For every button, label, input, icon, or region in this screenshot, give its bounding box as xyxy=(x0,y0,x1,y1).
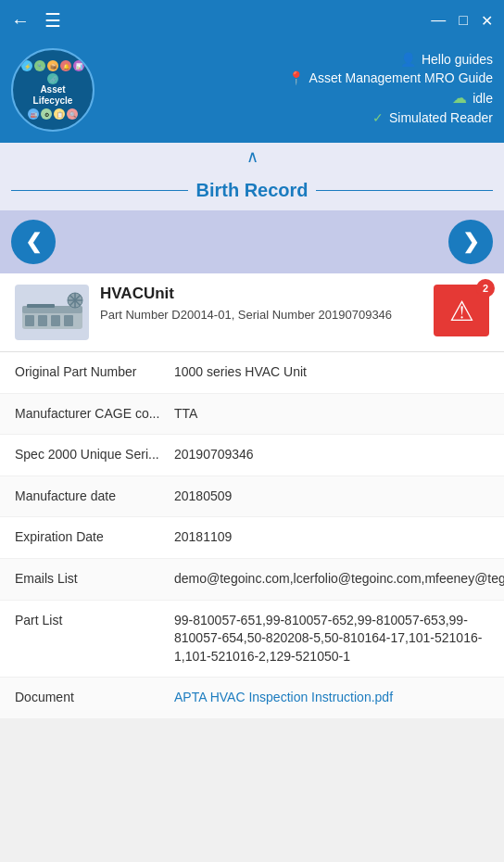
svg-rect-5 xyxy=(64,315,73,326)
table-row: Expiration Date20181109 xyxy=(0,517,504,559)
header: ⚡ 🔧 📦 🔔 📊 🔗 Asset Lifecycle 🏭 ⚙ 📋 🔍 👤 xyxy=(0,41,504,143)
field-value: 99-810057-651,99-810057-652,99-810057-65… xyxy=(174,612,489,666)
birth-record-title: Birth Record xyxy=(195,180,308,201)
svg-rect-3 xyxy=(38,315,47,326)
location-row: 📍 Asset Management MRO Guide xyxy=(288,70,493,85)
field-label: Expiration Date xyxy=(15,528,163,547)
close-icon[interactable]: ✕ xyxy=(481,12,493,30)
location-name: Asset Management MRO Guide xyxy=(309,70,493,85)
user-icon: 👤 xyxy=(400,52,416,67)
user-row: 👤 Hello guides xyxy=(400,52,493,67)
user-name: Hello guides xyxy=(422,52,493,67)
table-row: Part List99-810057-651,99-810057-652,99-… xyxy=(0,601,504,678)
title-bar: ← ☰ — □ ✕ xyxy=(0,0,504,41)
field-value: demo@tegoinc.com,lcerfolio@tegoinc.com,m… xyxy=(174,570,504,589)
cloud-icon: ☁ xyxy=(452,89,467,107)
menu-icon[interactable]: ☰ xyxy=(44,9,61,32)
alert-badge[interactable]: ⚠ 2 xyxy=(434,285,489,336)
table-row: DocumentAPTA HVAC Inspection Instruction… xyxy=(0,678,504,719)
header-info: 👤 Hello guides 📍 Asset Management MRO Gu… xyxy=(106,48,493,125)
next-button[interactable]: ❯ xyxy=(448,220,493,264)
field-value: 20180509 xyxy=(174,488,489,506)
field-value: 20190709346 xyxy=(174,446,489,464)
table-row: Spec 2000 Unique Seri...20190709346 xyxy=(0,435,504,476)
svg-rect-4 xyxy=(51,315,60,326)
field-label: Original Part Number xyxy=(15,363,163,382)
table-row: Emails Listdemo@tegoinc.com,lcerfolio@te… xyxy=(0,559,504,601)
data-table: Original Part Number1000 series HVAC Uni… xyxy=(0,352,504,719)
field-label: Document xyxy=(15,689,163,707)
table-row: Original Part Number1000 series HVAC Uni… xyxy=(0,352,504,394)
asset-image xyxy=(15,285,89,340)
svg-rect-6 xyxy=(27,304,55,308)
svg-rect-2 xyxy=(25,315,34,326)
asset-description: Part Number D20014-01, Serial Number 201… xyxy=(100,307,422,323)
navigation-row: ❮ ❯ xyxy=(0,210,504,273)
asset-name: HVACUnit xyxy=(100,285,422,303)
expand-row[interactable]: ∧ xyxy=(0,143,504,171)
field-value: 20181109 xyxy=(174,528,489,547)
maximize-icon[interactable]: □ xyxy=(459,12,468,29)
minimize-icon[interactable]: — xyxy=(431,12,446,29)
status-row: ☁ idle xyxy=(452,89,493,107)
field-label: Spec 2000 Unique Seri... xyxy=(15,446,163,464)
birth-record-header: Birth Record xyxy=(0,171,504,210)
field-label: Manufacturer CAGE co... xyxy=(15,405,163,424)
table-row: Manufacture date20180509 xyxy=(0,476,504,518)
reader-row: ✓ Simulated Reader xyxy=(372,110,493,125)
app-logo: ⚡ 🔧 📦 🔔 📊 🔗 Asset Lifecycle 🏭 ⚙ 📋 🔍 xyxy=(11,48,94,132)
prev-button[interactable]: ❮ xyxy=(11,220,56,264)
reader-text: Simulated Reader xyxy=(389,110,493,125)
field-label: Part List xyxy=(15,612,163,630)
location-icon: 📍 xyxy=(288,70,304,85)
logo-line2: Lifecycle xyxy=(33,95,73,107)
window-controls: — □ ✕ xyxy=(431,12,493,30)
table-row: Manufacturer CAGE co...TTA xyxy=(0,394,504,436)
logo-line1: Asset xyxy=(40,84,65,95)
expand-arrow-icon[interactable]: ∧ xyxy=(246,146,258,167)
status-text: idle xyxy=(472,91,493,106)
field-label: Manufacture date xyxy=(15,488,163,506)
alert-triangle-icon: ⚠ xyxy=(449,295,474,327)
back-icon[interactable]: ← xyxy=(11,10,30,32)
alert-count: 2 xyxy=(476,279,495,298)
title-bar-left: ← ☰ xyxy=(11,9,61,32)
right-divider xyxy=(316,190,493,191)
field-value[interactable]: APTA HVAC Inspection Instruction.pdf xyxy=(174,689,489,707)
check-icon: ✓ xyxy=(372,110,384,125)
field-value: TTA xyxy=(174,405,489,424)
field-label: Emails List xyxy=(15,570,163,589)
asset-info: HVACUnit Part Number D20014-01, Serial N… xyxy=(100,285,422,323)
left-divider xyxy=(11,190,188,191)
field-value: 1000 series HVAC Unit xyxy=(174,363,489,382)
asset-card: HVACUnit Part Number D20014-01, Serial N… xyxy=(0,273,504,352)
